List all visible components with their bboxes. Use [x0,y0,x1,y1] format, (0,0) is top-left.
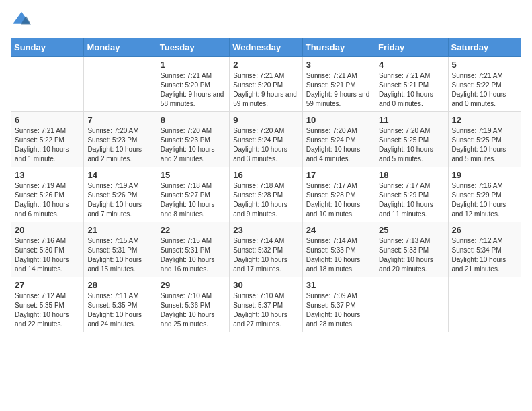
calendar-week-2: 6Sunrise: 7:21 AM Sunset: 5:22 PM Daylig… [11,112,521,167]
calendar-cell: 30Sunrise: 7:10 AM Sunset: 5:37 PM Dayli… [230,277,302,332]
calendar-cell: 9Sunrise: 7:20 AM Sunset: 5:24 PM Daylig… [230,112,302,167]
calendar-cell [375,277,448,332]
day-number: 7 [87,115,152,125]
day-number: 29 [161,280,226,290]
day-number: 5 [452,60,517,70]
day-number: 10 [306,115,371,125]
cell-content: Sunrise: 7:19 AM Sunset: 5:26 PM Dayligh… [15,181,80,219]
cell-content: Sunrise: 7:15 AM Sunset: 5:31 PM Dayligh… [87,236,152,274]
day-number: 6 [15,115,80,125]
calendar-cell: 5Sunrise: 7:21 AM Sunset: 5:22 PM Daylig… [448,57,521,112]
cell-content: Sunrise: 7:19 AM Sunset: 5:26 PM Dayligh… [87,181,152,219]
calendar-cell: 12Sunrise: 7:19 AM Sunset: 5:25 PM Dayli… [448,112,521,167]
day-number: 1 [161,60,226,70]
logo [11,11,31,30]
calendar-cell: 26Sunrise: 7:12 AM Sunset: 5:34 PM Dayli… [448,222,521,277]
cell-content: Sunrise: 7:21 AM Sunset: 5:20 PM Dayligh… [161,71,226,109]
cell-content: Sunrise: 7:20 AM Sunset: 5:24 PM Dayligh… [306,126,371,164]
cell-content: Sunrise: 7:09 AM Sunset: 5:37 PM Dayligh… [306,291,371,329]
calendar-cell [84,57,157,112]
calendar-header-sunday: Sunday [11,38,84,57]
day-number: 25 [379,225,444,235]
day-number: 27 [15,280,80,290]
calendar-cell: 29Sunrise: 7:10 AM Sunset: 5:36 PM Dayli… [157,277,229,332]
day-number: 28 [87,280,152,290]
day-number: 16 [233,170,298,180]
calendar-cell: 31Sunrise: 7:09 AM Sunset: 5:37 PM Dayli… [302,277,375,332]
calendar-table: SundayMondayTuesdayWednesdayThursdayFrid… [11,38,521,332]
cell-content: Sunrise: 7:21 AM Sunset: 5:22 PM Dayligh… [452,71,517,109]
cell-content: Sunrise: 7:16 AM Sunset: 5:30 PM Dayligh… [15,236,80,274]
calendar-cell [448,277,521,332]
cell-content: Sunrise: 7:13 AM Sunset: 5:33 PM Dayligh… [379,236,444,274]
cell-content: Sunrise: 7:20 AM Sunset: 5:25 PM Dayligh… [379,126,444,164]
calendar-header-monday: Monday [84,38,157,57]
day-number: 3 [306,60,371,70]
cell-content: Sunrise: 7:14 AM Sunset: 5:32 PM Dayligh… [233,236,298,274]
calendar-cell: 24Sunrise: 7:14 AM Sunset: 5:33 PM Dayli… [302,222,375,277]
logo-icon [12,11,31,30]
cell-content: Sunrise: 7:14 AM Sunset: 5:33 PM Dayligh… [306,236,371,274]
day-number: 22 [161,225,226,235]
day-number: 2 [233,60,298,70]
cell-content: Sunrise: 7:16 AM Sunset: 5:29 PM Dayligh… [452,181,517,219]
calendar-cell: 10Sunrise: 7:20 AM Sunset: 5:24 PM Dayli… [302,112,375,167]
day-number: 30 [233,280,298,290]
day-number: 9 [233,115,298,125]
day-number: 18 [379,170,444,180]
calendar-cell: 11Sunrise: 7:20 AM Sunset: 5:25 PM Dayli… [375,112,448,167]
cell-content: Sunrise: 7:15 AM Sunset: 5:31 PM Dayligh… [161,236,226,274]
calendar-cell: 19Sunrise: 7:16 AM Sunset: 5:29 PM Dayli… [448,167,521,222]
day-number: 12 [452,115,517,125]
calendar-cell: 25Sunrise: 7:13 AM Sunset: 5:33 PM Dayli… [375,222,448,277]
day-number: 20 [15,225,80,235]
cell-content: Sunrise: 7:19 AM Sunset: 5:25 PM Dayligh… [452,126,517,164]
day-number: 24 [306,225,371,235]
cell-content: Sunrise: 7:12 AM Sunset: 5:35 PM Dayligh… [15,291,80,329]
cell-content: Sunrise: 7:20 AM Sunset: 5:23 PM Dayligh… [87,126,152,164]
calendar-cell: 22Sunrise: 7:15 AM Sunset: 5:31 PM Dayli… [157,222,229,277]
cell-content: Sunrise: 7:18 AM Sunset: 5:27 PM Dayligh… [161,181,226,219]
calendar-cell: 16Sunrise: 7:18 AM Sunset: 5:28 PM Dayli… [230,167,302,222]
calendar-cell: 21Sunrise: 7:15 AM Sunset: 5:31 PM Dayli… [84,222,157,277]
calendar-cell: 1Sunrise: 7:21 AM Sunset: 5:20 PM Daylig… [157,57,229,112]
cell-content: Sunrise: 7:11 AM Sunset: 5:35 PM Dayligh… [87,291,152,329]
day-number: 19 [452,170,517,180]
cell-content: Sunrise: 7:18 AM Sunset: 5:28 PM Dayligh… [233,181,298,219]
calendar-cell: 23Sunrise: 7:14 AM Sunset: 5:32 PM Dayli… [230,222,302,277]
page-header [11,11,521,30]
calendar-week-5: 27Sunrise: 7:12 AM Sunset: 5:35 PM Dayli… [11,277,521,332]
cell-content: Sunrise: 7:10 AM Sunset: 5:37 PM Dayligh… [233,291,298,329]
calendar-cell [11,57,84,112]
day-number: 8 [161,115,226,125]
calendar-header-row: SundayMondayTuesdayWednesdayThursdayFrid… [11,38,521,57]
calendar-cell: 3Sunrise: 7:21 AM Sunset: 5:21 PM Daylig… [302,57,375,112]
calendar-header-wednesday: Wednesday [230,38,302,57]
calendar-cell: 7Sunrise: 7:20 AM Sunset: 5:23 PM Daylig… [84,112,157,167]
cell-content: Sunrise: 7:17 AM Sunset: 5:29 PM Dayligh… [379,181,444,219]
calendar-cell: 15Sunrise: 7:18 AM Sunset: 5:27 PM Dayli… [157,167,229,222]
cell-content: Sunrise: 7:17 AM Sunset: 5:28 PM Dayligh… [306,181,371,219]
day-number: 31 [306,280,371,290]
calendar-week-3: 13Sunrise: 7:19 AM Sunset: 5:26 PM Dayli… [11,167,521,222]
day-number: 14 [87,170,152,180]
calendar-cell: 28Sunrise: 7:11 AM Sunset: 5:35 PM Dayli… [84,277,157,332]
cell-content: Sunrise: 7:21 AM Sunset: 5:21 PM Dayligh… [306,71,371,109]
day-number: 13 [15,170,80,180]
calendar-week-1: 1Sunrise: 7:21 AM Sunset: 5:20 PM Daylig… [11,57,521,112]
calendar-week-4: 20Sunrise: 7:16 AM Sunset: 5:30 PM Dayli… [11,222,521,277]
calendar-header-saturday: Saturday [448,38,521,57]
cell-content: Sunrise: 7:21 AM Sunset: 5:22 PM Dayligh… [15,126,80,164]
cell-content: Sunrise: 7:20 AM Sunset: 5:24 PM Dayligh… [233,126,298,164]
day-number: 17 [306,170,371,180]
day-number: 11 [379,115,444,125]
calendar-cell: 2Sunrise: 7:21 AM Sunset: 5:20 PM Daylig… [230,57,302,112]
calendar-header-thursday: Thursday [302,38,375,57]
calendar-cell: 17Sunrise: 7:17 AM Sunset: 5:28 PM Dayli… [302,167,375,222]
calendar-cell: 6Sunrise: 7:21 AM Sunset: 5:22 PM Daylig… [11,112,84,167]
day-number: 21 [87,225,152,235]
cell-content: Sunrise: 7:20 AM Sunset: 5:23 PM Dayligh… [161,126,226,164]
cell-content: Sunrise: 7:21 AM Sunset: 5:20 PM Dayligh… [233,71,298,109]
calendar-cell: 14Sunrise: 7:19 AM Sunset: 5:26 PM Dayli… [84,167,157,222]
calendar-cell: 27Sunrise: 7:12 AM Sunset: 5:35 PM Dayli… [11,277,84,332]
